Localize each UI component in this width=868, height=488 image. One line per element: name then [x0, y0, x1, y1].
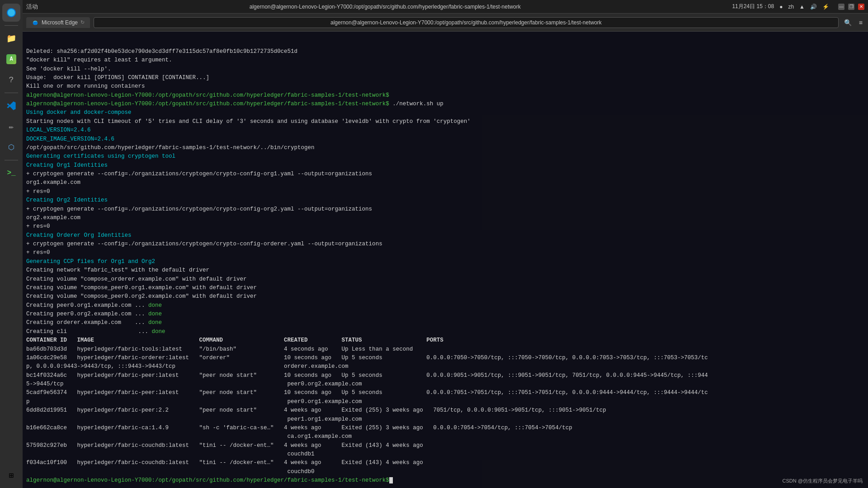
terminal-line: LOCAL_VERSION=2.4.6 [26, 126, 864, 135]
terminal-line: + cryptogen generate --config=./organiza… [26, 205, 864, 214]
restore-button[interactable]: ❐ [848, 4, 854, 10]
terminal-line: algernon@algernon-Lenovo-Legion-Y7000:/o… [26, 476, 864, 485]
terminal-line: f034ac10f100 hyperledger/fabric-couchdb:… [26, 459, 864, 467]
terminal-line: peer1.org1.example.com [26, 415, 864, 424]
menu-button[interactable]: ≡ [857, 18, 864, 27]
status-dot: ● [779, 4, 783, 10]
terminal-line: Kill one or more running containers [26, 82, 864, 91]
browser-bar: Microsoft Edge ↻ algernon@algernon-Lenov… [23, 14, 868, 32]
terminal-line: 1a06cdc29e58 hyperledger/fabric-orderer:… [26, 354, 864, 362]
taskbar-item-devtools[interactable]: ⬡ [2, 138, 20, 156]
terminal-line: ba66db703d3d hyperledger/fabric-tools:la… [26, 345, 864, 354]
terminal-line: ca.org1.example.com [26, 432, 864, 441]
close-button[interactable]: ✕ [858, 4, 864, 10]
terminal-line: Creating volume "compose_orderer.example… [26, 275, 864, 284]
watermark: CSDN @仿生程序员会梦见电子羊吗 [783, 478, 863, 484]
topbar-title: algernon@algernon-Lenovo-Legion-Y7000:/o… [38, 4, 732, 10]
terminal-line: Starting nodes with CLI timeout of '5' t… [26, 117, 864, 126]
terminal-line: CONTAINER ID IMAGE COMMAND CREATED STATU… [26, 336, 864, 345]
terminal-line: couchdb1 [26, 450, 864, 459]
taskbar-item-editor[interactable]: ✏️ [2, 117, 20, 136]
terminal-line: + cryptogen generate --config=./organiza… [26, 170, 864, 178]
terminal-line: Generating CCP files for Org1 and Org2 [26, 258, 864, 266]
terminal-line: Creating network "fabric_test" with the … [26, 266, 864, 275]
terminal-line: + res=0 [26, 188, 864, 196]
datetime-display: 11月24日 15：08 [732, 3, 774, 10]
system-topbar: 活动 algernon@algernon-Lenovo-Legion-Y7000… [23, 0, 868, 14]
minimize-button[interactable]: — [838, 4, 844, 10]
terminal-line: p peer0.org1.example.com [26, 398, 864, 406]
taskbar: 📁 A ? ✏️ ⬡ >_ ⊞ [0, 0, 23, 488]
power-icon: ⚡ [822, 4, 829, 10]
taskbar-item-store[interactable]: A [2, 50, 20, 68]
terminal-line: Creating Org2 Identities [26, 196, 864, 205]
terminal-line: b16e662ca8ce hyperledger/fabric-ca:1.4.9… [26, 424, 864, 432]
tab-refresh-icon: ↻ [80, 19, 85, 25]
terminal-line: 6dd8d2d19951 hyperledger/fabric-peer:2.2… [26, 406, 864, 415]
terminal-line: Deleted: sha256:af2d02f4b0e53dce790de3cd… [26, 47, 864, 56]
lang-indicator[interactable]: zh [788, 4, 794, 10]
terminal-line: DOCKER_IMAGE_VERSION=2.4.6 [26, 135, 864, 144]
terminal-line: Creating volume "compose_peer0.org2.exam… [26, 292, 864, 301]
topbar-left: 活动 [26, 3, 38, 11]
taskbar-separator-2 [5, 93, 18, 93]
taskbar-item-vscode[interactable] [2, 97, 20, 115]
search-button[interactable]: 🔍 [842, 18, 854, 27]
terminal-line: + res=0 [26, 222, 864, 231]
svg-point-0 [33, 21, 38, 25]
terminal-line: + res=0 [26, 249, 864, 257]
terminal-line: Creating volume "compose_peer0.org1.exam… [26, 284, 864, 292]
terminal-line: Generating certificates using cryptogen … [26, 152, 864, 161]
terminal-line: 575982c927eb hyperledger/fabric-couchdb:… [26, 441, 864, 450]
terminal-line: Using docker and docker-compose [26, 108, 864, 117]
taskbar-separator [5, 25, 18, 26]
terminal-line: Creating peer0.org1.example.com ... done [26, 301, 864, 310]
browser-tab[interactable]: Microsoft Edge ↻ [26, 17, 90, 28]
terminal-line: bc14f0324a6c hyperledger/fabric-peer:lat… [26, 371, 864, 380]
terminal-window[interactable]: Deleted: sha256:af2d02f4b0e53dce790de3cd… [23, 32, 868, 488]
terminal-line: Creating cli ... done [26, 328, 864, 336]
edge-tab-icon [32, 19, 39, 26]
terminal-line: 5->9445/tcp peer0.org2.example.com [26, 380, 864, 389]
tab-label: Microsoft Edge [42, 19, 78, 26]
taskbar-item-terminal[interactable]: >_ [2, 164, 20, 182]
terminal-line: "docker kill" requires at least 1 argume… [26, 56, 864, 65]
taskbar-item-files[interactable]: 📁 [2, 29, 20, 47]
terminal-line: org2.example.com [26, 214, 864, 222]
topbar-right: 11月24日 15：08 ● zh ▲ 🔊 ⚡ — ❐ ✕ [732, 3, 864, 10]
terminal-line: See 'docker kill --help'. [26, 65, 864, 74]
taskbar-item-edge[interactable] [2, 4, 20, 22]
terminal-content: Deleted: sha256:af2d02f4b0e53dce790de3cd… [23, 32, 868, 488]
window-controls: — ❐ ✕ [838, 4, 864, 10]
terminal-line: Usage: docker kill [OPTIONS] CONTAINER [… [26, 74, 864, 82]
terminal-line: algernon@algernon-Lenovo-Legion-Y7000:/o… [26, 91, 864, 100]
terminal-line: p, 0.0.0.0:9443->9443/tcp, :::9443->9443… [26, 362, 864, 371]
volume-icon[interactable]: 🔊 [810, 4, 817, 10]
taskbar-item-appgrid[interactable]: ⊞ [2, 466, 20, 484]
address-bar[interactable]: algernon@algernon-Lenovo-Legion-Y7000:/o… [94, 17, 839, 28]
terminal-line: couchdb0 [26, 468, 864, 476]
taskbar-separator-3 [5, 160, 18, 160]
terminal-line: /opt/gopath/src/github.com/hyperledger/f… [26, 144, 864, 152]
taskbar-item-help[interactable]: ? [2, 71, 20, 89]
terminal-line: 5cadf9e56374 hyperledger/fabric-peer:lat… [26, 389, 864, 397]
terminal-line: Creating orderer.example.com ... done [26, 319, 864, 327]
terminal-line: Creating peer0.org2.example.com ... done [26, 310, 864, 319]
terminal-cursor [389, 477, 393, 483]
terminal-line: + cryptogen generate --config=./organiza… [26, 240, 864, 249]
terminal-line: Creating Orderer Org Identities [26, 231, 864, 240]
terminal-line: org1.example.com [26, 178, 864, 187]
terminal-line: algernon@algernon-Lenovo-Legion-Y7000:/o… [26, 100, 864, 108]
network-icon: ▲ [799, 4, 805, 10]
terminal-line: Creating Org1 Identities [26, 161, 864, 170]
activities-label[interactable]: 活动 [26, 3, 38, 11]
